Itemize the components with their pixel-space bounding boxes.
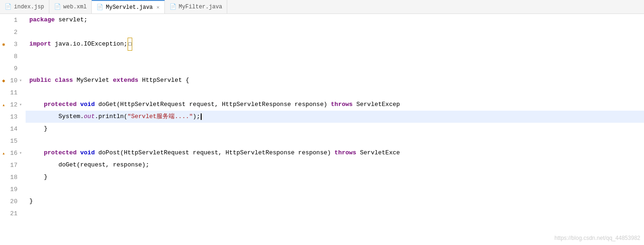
line-num-16: 16: [7, 150, 17, 157]
code-line-2: [26, 26, 644, 38]
jsp-icon: 📄: [5, 3, 12, 10]
code-indent-13: [29, 111, 58, 123]
gutter-marker-14: [0, 125, 7, 132]
code-text: MyServlet: [73, 74, 113, 86]
gutter-line-16: ▴ 16 ▾: [0, 147, 24, 159]
tab-myfilter-java[interactable]: 📄 MyFilter.java: [165, 0, 228, 13]
code-indent-16: [29, 147, 44, 159]
collapse-17: [17, 161, 24, 169]
gutter-line-2: 2: [0, 26, 24, 38]
code-indent-14: }: [29, 123, 47, 135]
code-line-14: }: [26, 123, 644, 135]
code-lines: package servlet; import java.io.IOExcept…: [26, 14, 644, 219]
collapse-15: [17, 137, 24, 145]
code-text: java.io.IOException;: [51, 38, 128, 50]
tab-index-jsp[interactable]: 📄 index.jsp: [0, 0, 49, 13]
code-text: [51, 74, 55, 86]
gutter-line-15: 15: [0, 135, 24, 147]
gutter-marker-11: [0, 89, 7, 96]
keyword-throws-1: throws: [331, 99, 353, 111]
gutter-marker-2: [0, 28, 7, 36]
code-line-21: [26, 207, 644, 219]
keyword-extends: extends: [113, 74, 138, 86]
keyword-package: package: [29, 14, 55, 26]
line-num-11: 11: [7, 89, 17, 96]
out-field: out: [84, 111, 95, 123]
keyword-void-2: void: [80, 147, 95, 159]
collapse-8: [17, 53, 24, 60]
gutter-marker-21: [0, 210, 7, 217]
keyword-import: import: [29, 38, 51, 50]
line-num-21: 21: [7, 210, 17, 217]
code-content[interactable]: package servlet; import java.io.IOExcept…: [26, 14, 644, 245]
keyword-protected: protected: [44, 99, 76, 111]
gutter-marker-9: [0, 65, 7, 72]
line-num-1: 1: [7, 17, 17, 24]
collapse-3: [17, 40, 24, 48]
gutter-line-14: 14: [0, 123, 24, 135]
line-num-9: 9: [7, 65, 17, 72]
gutter-marker-16: ▴: [0, 150, 7, 156]
keyword-protected-2: protected: [44, 147, 76, 159]
system-text: System.: [58, 111, 84, 123]
line-gutter: 1 2 ✱ 3 8: [0, 14, 26, 245]
line-num-18: 18: [7, 174, 17, 181]
tab-myservlet-java[interactable]: 📄 MyServlet.java ✕: [92, 0, 164, 13]
collapse-21: [17, 210, 24, 217]
line-num-19: 19: [7, 186, 17, 193]
code-text: doGet(HttpServletRequest request, HttpSe…: [95, 99, 331, 111]
code-indent-17: doGet(request, response);: [29, 159, 149, 171]
gutter-line-1: 1: [0, 14, 24, 26]
gutter-line-12: ▴ 12 ▾: [0, 99, 24, 111]
collapse-12[interactable]: ▾: [17, 102, 24, 107]
gutter-marker-13: [0, 113, 7, 120]
collapse-1: [17, 18, 24, 23]
code-line-1: package servlet;: [26, 14, 644, 26]
code-close-brace: }: [29, 195, 33, 207]
gutter-marker-1: [0, 17, 7, 23]
println-text: .println(: [95, 111, 127, 123]
line-num-13: 13: [7, 113, 17, 120]
code-text: doPost(HttpServletRequest request, HttpS…: [95, 147, 334, 159]
tab-bar: 📄 index.jsp 📄 web.xml 📄 MyServlet.java ✕…: [0, 0, 644, 14]
string-literal: "Servlet服务端....": [128, 111, 193, 123]
collapse-16[interactable]: ▾: [17, 150, 24, 156]
gutter-line-20: 20: [0, 195, 24, 207]
tab-close-myservlet[interactable]: ✕: [156, 4, 160, 10]
gutter-marker-17: [0, 161, 7, 169]
gutter-line-13: 13: [0, 111, 24, 123]
collapse-9: [17, 65, 24, 72]
gutter-line-3: ✱ 3: [0, 38, 24, 50]
collapse-10[interactable]: ▾: [17, 78, 24, 83]
code-text: servlet;: [55, 14, 88, 26]
code-text-throws: ServletExcep: [353, 99, 400, 111]
gutter-line-8: 8: [0, 50, 24, 62]
java-icon-active: 📄: [96, 4, 103, 11]
line-num-14: 14: [7, 126, 17, 132]
gutter-marker-3: ✱: [0, 41, 7, 47]
code-text: HttpServlet {: [138, 74, 189, 86]
keyword-class: class: [55, 74, 73, 86]
code-line-20: }: [26, 195, 644, 207]
tab-web-xml[interactable]: 📄 web.xml: [49, 0, 92, 13]
collapse-18: [17, 173, 24, 181]
gutter-line-19: 19: [0, 183, 24, 195]
code-line-17: doGet(request, response);: [26, 159, 644, 171]
code-line-12: protected void doGet(HttpServletRequest …: [26, 99, 644, 111]
code-indent: [29, 99, 44, 111]
keyword-throws-2: throws: [334, 147, 356, 159]
code-line-18: }: [26, 171, 644, 183]
collapse-20: [17, 198, 24, 205]
keyword-void: void: [80, 99, 95, 111]
code-line-11: [26, 86, 644, 99]
gutter-marker-8: [0, 53, 7, 60]
xml-icon: 📄: [54, 3, 61, 10]
code-line-13: System.out.println("Servlet服务端....");: [26, 111, 644, 123]
gutter-line-18: 18: [0, 171, 24, 183]
collapse-19: [17, 185, 24, 193]
gutter-marker-10: ◆: [0, 78, 7, 84]
code-text-throws-2: ServletExce: [356, 147, 400, 159]
gutter-line-11: 11: [0, 86, 24, 99]
gutter-marker-20: [0, 198, 7, 205]
line-num-2: 2: [7, 29, 17, 36]
